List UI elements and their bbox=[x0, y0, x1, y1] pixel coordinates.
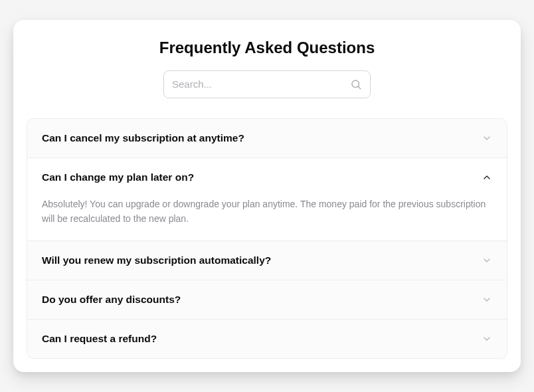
chevron-down-icon bbox=[482, 334, 492, 344]
faq-item-header[interactable]: Can I change my plan later on? bbox=[27, 158, 507, 197]
faq-item: Can I cancel my subscription at anytime? bbox=[27, 119, 507, 158]
faq-card: Frequently Asked Questions Can I cancel … bbox=[13, 20, 521, 373]
faq-answer: Absolutely! You can upgrade or downgrade… bbox=[27, 197, 507, 241]
search-input[interactable] bbox=[172, 78, 350, 90]
svg-line-1 bbox=[358, 86, 361, 89]
chevron-down-icon bbox=[482, 294, 492, 305]
faq-item: Will you renew my subscription automatic… bbox=[27, 241, 507, 280]
faq-item-header[interactable]: Can I request a refund? bbox=[27, 320, 507, 358]
faq-question: Will you renew my subscription automatic… bbox=[42, 254, 271, 266]
chevron-down-icon bbox=[482, 133, 492, 144]
search-icon bbox=[350, 78, 362, 90]
chevron-down-icon bbox=[482, 255, 492, 266]
faq-question: Can I request a refund? bbox=[42, 333, 157, 345]
faq-item: Do you offer any discounts? bbox=[27, 280, 507, 320]
page-title: Frequently Asked Questions bbox=[27, 39, 507, 57]
faq-item-header[interactable]: Can I cancel my subscription at anytime? bbox=[27, 119, 507, 157]
faq-item-header[interactable]: Will you renew my subscription automatic… bbox=[27, 241, 507, 280]
search-wrap bbox=[27, 70, 507, 98]
faq-question: Do you offer any discounts? bbox=[42, 294, 181, 306]
faq-item: Can I change my plan later on? Absolutel… bbox=[27, 158, 507, 242]
faq-accordion: Can I cancel my subscription at anytime?… bbox=[27, 118, 507, 359]
chevron-up-icon bbox=[482, 172, 492, 183]
faq-question: Can I change my plan later on? bbox=[42, 171, 194, 183]
search-box[interactable] bbox=[163, 70, 371, 98]
faq-question: Can I cancel my subscription at anytime? bbox=[42, 132, 244, 144]
faq-item-header[interactable]: Do you offer any discounts? bbox=[27, 280, 507, 319]
faq-item: Can I request a refund? bbox=[27, 320, 507, 358]
